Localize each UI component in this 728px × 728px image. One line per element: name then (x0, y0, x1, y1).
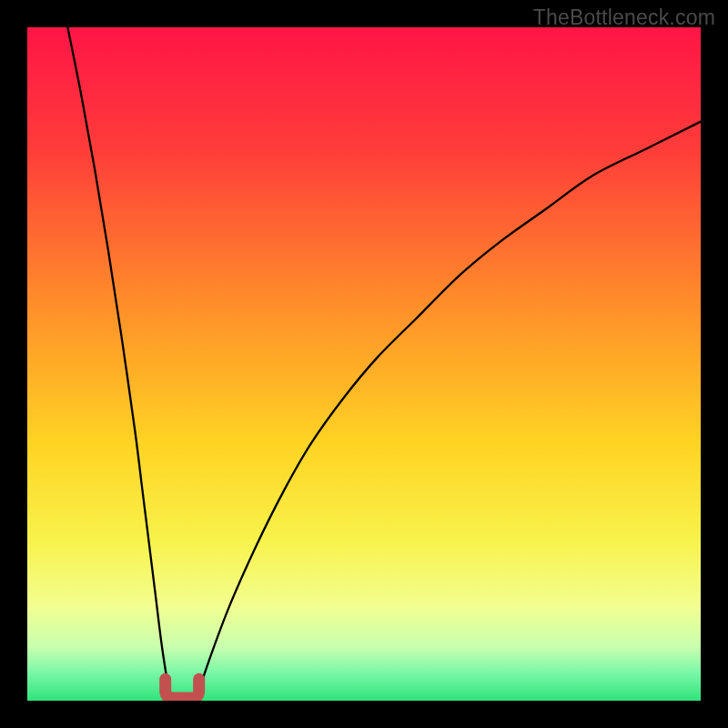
curve-layer (27, 27, 701, 701)
bottleneck-curve-left (67, 27, 175, 701)
plot-area (27, 27, 701, 701)
watermark-text: TheBottleneck.com (533, 5, 715, 30)
valley-marker (166, 679, 199, 698)
chart-frame: TheBottleneck.com (0, 0, 728, 728)
bottleneck-curve-right (196, 122, 701, 701)
